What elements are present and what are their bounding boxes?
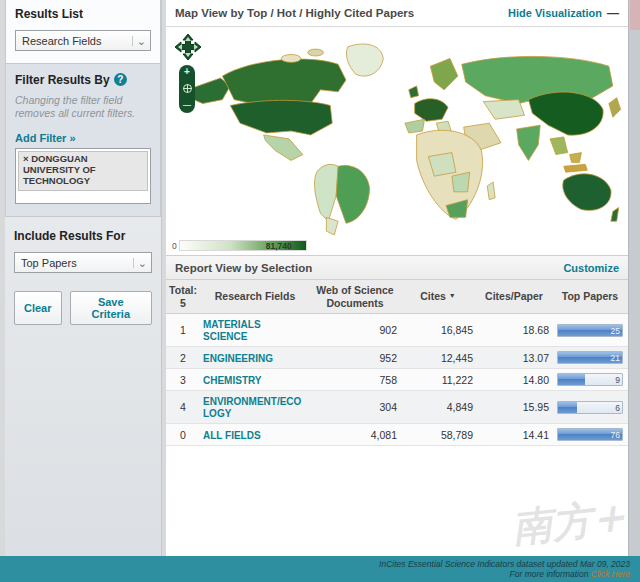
results-list-dropdown[interactable]: Research Fields ⌄ [15,30,151,51]
legend-gradient-bar: 81,740 [179,240,307,251]
map-controls: + — [174,33,202,113]
top-papers-value: 21 [611,352,620,365]
row-cites-per-paper: 14.80 [476,369,552,391]
collapse-icon[interactable]: — [607,6,619,20]
map-zoom-control: + — [179,65,195,113]
column-total: Total: 5 [166,280,200,314]
sort-descending-icon: ▼ [449,292,456,299]
incites-esi-page: Results List Research Fields ⌄ Filter Re… [0,0,640,582]
table-row: 2 ENGINEERING 952 12,445 13.07 21 [166,347,628,369]
include-results-label: Include Results For [14,229,152,243]
research-field-link[interactable]: ALL FIELDS [203,430,261,441]
table-row: 3 CHEMISTRY 758 11,222 14.80 9 [166,369,628,391]
row-docs: 902 [310,314,400,347]
remove-filter-icon[interactable]: × [23,153,29,164]
add-filter-link[interactable]: Add Filter » [15,132,76,144]
row-cites: 58,789 [400,424,476,446]
footer-status-bar: InCites Essential Science Indicators dat… [0,556,640,582]
filter-section: Filter Results By? Changing the filter f… [5,64,161,217]
map-legend: 0 81,740 [172,240,307,251]
top-papers-bar-fill [558,374,585,385]
legend-max-value: 81,740 [266,241,292,252]
row-docs: 758 [310,369,400,391]
row-rank: 3 [166,369,200,391]
top-papers-bar[interactable]: 9 [557,373,623,386]
filter-by-text: Filter Results By [15,73,110,87]
chevron-down-icon: ⌄ [133,258,147,268]
help-icon[interactable]: ? [114,73,127,86]
row-cites: 11,222 [400,369,476,391]
row-rank: 2 [166,347,200,369]
scrollbar-thumb[interactable] [630,0,640,30]
vertical-scrollbar[interactable] [628,0,640,556]
sidebar: Results List Research Fields ⌄ Filter Re… [5,0,162,556]
results-list-value: Research Fields [22,35,101,47]
top-papers-bar-fill [558,402,577,413]
map-view-header: Map View by Top / Hot / Highly Cited Pap… [166,0,628,27]
chevron-down-icon: ⌄ [132,36,146,46]
map-area: + — 0 81,740 [166,27,628,255]
results-list-section: Results List Research Fields ⌄ [5,0,161,64]
world-map-visualization[interactable] [172,29,622,235]
total-label: Total: [169,284,197,297]
include-results-section: Include Results For Top Papers ⌄ [5,217,161,273]
row-cites-per-paper: 18.68 [476,314,552,347]
top-papers-bar[interactable]: 6 [557,401,623,414]
column-research-fields[interactable]: Research Fields [200,280,310,314]
column-cites-per-paper[interactable]: Cites/Paper [476,280,552,314]
row-cites: 12,445 [400,347,476,369]
main-panel: Map View by Top / Hot / Highly Cited Pap… [166,0,628,556]
report-view-header: Report View by Selection Customize [166,255,628,280]
top-papers-bar[interactable]: 21 [557,351,623,364]
table-header-row: Total: 5 Research Fields Web of Science … [166,280,628,314]
map-pan-control[interactable] [174,33,202,61]
column-wos-documents[interactable]: Web of Science Documents [310,280,400,314]
column-top-papers[interactable]: Top Papers [552,280,628,314]
zoom-in-button[interactable]: + [184,67,190,76]
row-top-papers: 9 [552,369,628,391]
filter-by-label: Filter Results By? [15,73,151,87]
row-cites: 4,849 [400,391,476,424]
customize-link[interactable]: Customize [563,262,619,274]
research-field-link[interactable]: ENGINEERING [203,353,273,364]
include-results-dropdown[interactable]: Top Papers ⌄ [14,252,152,273]
top-papers-value: 6 [615,402,620,415]
globe-reset-button[interactable] [183,84,192,93]
hide-visualization-link[interactable]: Hide Visualization [508,7,602,19]
save-criteria-button[interactable]: Save Criteria [70,291,152,325]
map-view-title: Map View by Top / Hot / Highly Cited Pap… [175,7,414,19]
row-docs: 952 [310,347,400,369]
filter-list-box: × DONGGUAN UNIVERSITY OF TECHNOLOGY [15,148,151,204]
zoom-out-button[interactable]: — [183,100,191,109]
top-papers-value: 25 [611,325,620,338]
top-papers-value: 9 [615,374,620,387]
click-here-link[interactable]: Click Here [591,569,630,579]
results-list-label: Results List [15,7,151,21]
row-top-papers: 76 [552,424,628,446]
column-cites-sort[interactable]: Cites ▼ [400,280,476,314]
cites-label: Cites [420,290,446,302]
row-cites-per-paper: 14.41 [476,424,552,446]
more-info-prefix: For more information [510,569,591,579]
clear-button[interactable]: Clear [14,291,62,325]
row-rank: 4 [166,391,200,424]
total-value: 5 [169,297,197,310]
report-table: Total: 5 Research Fields Web of Science … [166,280,628,446]
filter-tag-dongguan[interactable]: × DONGGUAN UNIVERSITY OF TECHNOLOGY [18,151,148,191]
top-papers-bar[interactable]: 76 [557,428,623,441]
top-papers-bar[interactable]: 25 [557,324,623,337]
row-docs: 4,081 [310,424,400,446]
include-results-value: Top Papers [21,257,77,269]
report-view-title: Report View by Selection [175,262,312,274]
row-cites-per-paper: 13.07 [476,347,552,369]
research-field-link[interactable]: ENVIRONMENT/ECOLOGY [203,396,301,419]
research-field-link[interactable]: CHEMISTRY [203,375,262,386]
row-rank: 0 [166,424,200,446]
row-docs: 304 [310,391,400,424]
row-top-papers: 21 [552,347,628,369]
sidebar-buttons: Clear Save Criteria [5,273,161,325]
row-top-papers: 6 [552,391,628,424]
research-field-link[interactable]: MATERIALS SCIENCE [203,319,261,342]
row-cites: 16,845 [400,314,476,347]
table-row: 1 MATERIALS SCIENCE 902 16,845 18.68 25 [166,314,628,347]
